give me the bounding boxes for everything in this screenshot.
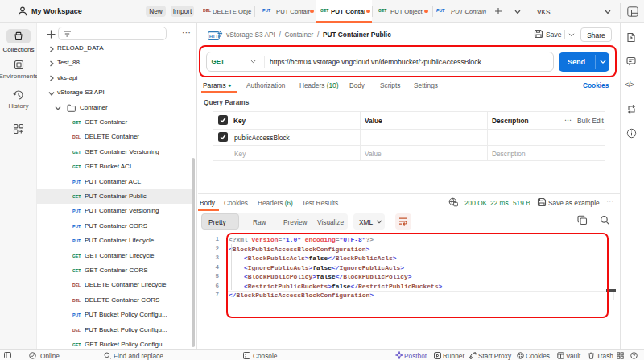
svg-text:HTTP: HTTP bbox=[209, 34, 221, 39]
